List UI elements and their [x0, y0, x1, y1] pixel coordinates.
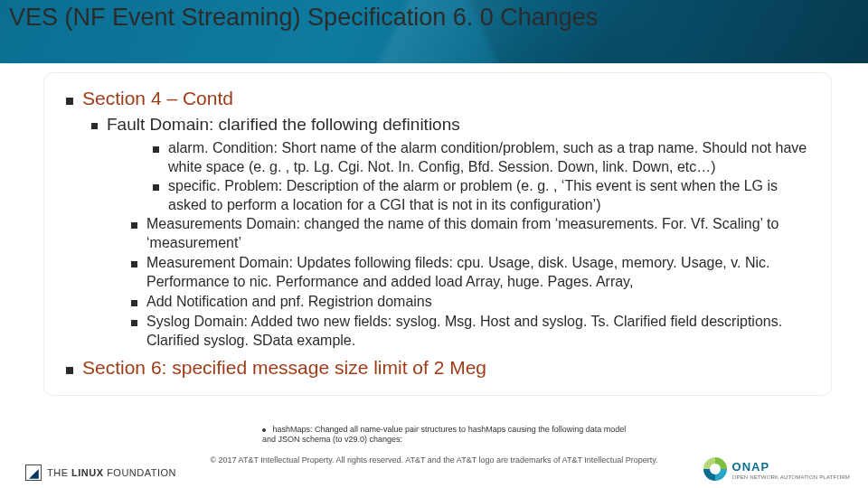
onap-subtitle: OPEN NETWORK AUTOMATION PLATFORM: [732, 474, 850, 481]
linux-foundation-logo: ◢ THE LINUX FOUNDATION: [25, 465, 176, 481]
bullet-icon: [131, 300, 137, 306]
list-item-text: Measurements Domain: changed the name of…: [146, 214, 813, 252]
list-item: alarm. Condition: Short name of the alar…: [153, 138, 813, 176]
onap-mark-icon: [703, 457, 727, 481]
bullet-icon: [131, 222, 137, 229]
list-item-text: Add Notification and pnf. Registrion dom…: [146, 292, 432, 311]
lf-mark-icon: ◢: [25, 465, 42, 481]
section4-heading: Section 4 – Contd: [66, 88, 813, 109]
bullet-icon: [262, 428, 266, 432]
onap-logo: ONAP OPEN NETWORK AUTOMATION PLATFORM: [703, 457, 850, 481]
list-item: specific. Problem: Description of the al…: [153, 176, 813, 214]
slide: VES (NF Event Streaming) Specification 6…: [0, 0, 868, 488]
lf-linux: LINUX: [71, 467, 104, 478]
onap-name: ONAP: [732, 460, 770, 474]
list-item: Measurements Domain: changed the name of…: [131, 214, 813, 252]
fault-domain-intro: Fault Domain: clarified the following de…: [91, 115, 813, 135]
lf-the: THE: [47, 467, 69, 478]
bullet-icon: [66, 98, 73, 105]
list-item: Measurement Domain: Updates following fi…: [131, 253, 813, 291]
title-band: VES (NF Event Streaming) Specification 6…: [0, 0, 868, 63]
level3-group: alarm. Condition: Short name of the alar…: [131, 138, 813, 350]
bullet-icon: [91, 123, 98, 129]
content-card: Section 4 – Contd Fault Domain: clarifie…: [43, 72, 832, 396]
list-item-text: specific. Problem: Description of the al…: [168, 176, 813, 214]
bullet-icon: [153, 184, 159, 191]
section6-text: Section 6: specified message size limit …: [82, 357, 486, 379]
fault-domain-intro-text: Fault Domain: clarified the following de…: [107, 115, 460, 135]
section6-heading: Section 6: specified message size limit …: [66, 357, 813, 379]
tiny-footnote-text: hashMaps: Changed all name-value pair st…: [262, 425, 626, 444]
bullet-icon: [131, 261, 137, 267]
list-item-text: alarm. Condition: Short name of the alar…: [168, 138, 813, 176]
section4-heading-text: Section 4 – Contd: [82, 88, 233, 109]
lf-foundation: FOUNDATION: [107, 467, 176, 478]
fault-defs-group: alarm. Condition: Short name of the alar…: [153, 138, 813, 214]
list-item-text: Syslog Domain: Added two new fields: sys…: [146, 312, 813, 350]
bullet-icon: [66, 367, 73, 374]
onap-text-block: ONAP OPEN NETWORK AUTOMATION PLATFORM: [732, 458, 850, 481]
list-item-text: Measurement Domain: Updates following fi…: [146, 253, 813, 291]
bullet-icon: [153, 146, 159, 153]
lf-text: THE LINUX FOUNDATION: [47, 467, 176, 478]
list-item: Add Notification and pnf. Registrion dom…: [131, 292, 813, 311]
tiny-footnote: hashMaps: Changed all name-value pair st…: [262, 425, 633, 445]
bullet-icon: [131, 320, 137, 326]
slide-title: VES (NF Event Streaming) Specification 6…: [9, 0, 598, 34]
list-item: Syslog Domain: Added two new fields: sys…: [131, 312, 813, 350]
